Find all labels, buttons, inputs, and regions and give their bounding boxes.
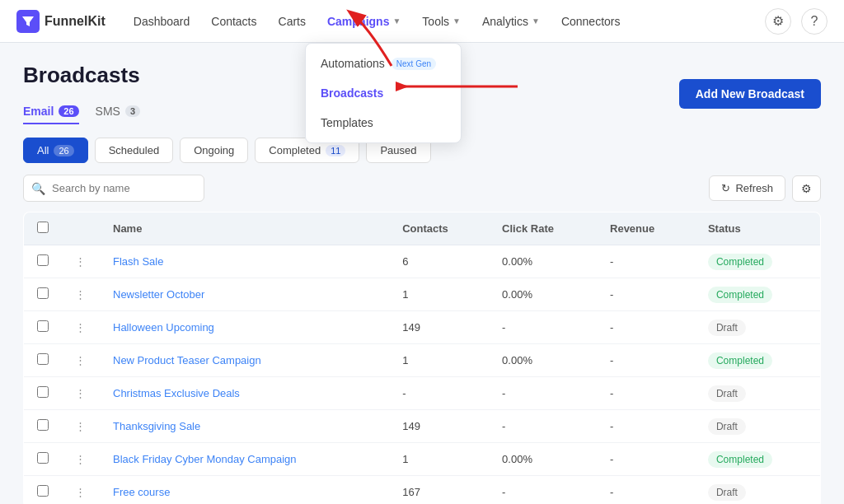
row-context-menu[interactable]: ⋮ (75, 255, 87, 268)
refresh-button[interactable]: ↻ Refresh (709, 175, 785, 201)
row-revenue-cell: - (597, 278, 695, 311)
broadcast-name-link[interactable]: Black Friday Cyber Monday Campaign (113, 453, 297, 465)
table-row: ⋮ Thanksgiving Sale 149 - - Draft (24, 410, 821, 443)
broadcast-name-link[interactable]: Halloween Upcoming (113, 321, 214, 334)
row-click-rate-cell: 0.00% (489, 443, 597, 476)
row-status-cell: Completed (695, 278, 821, 311)
row-context-menu[interactable]: ⋮ (75, 288, 87, 301)
table-row: ⋮ Flash Sale 6 0.00% - Completed (24, 245, 821, 278)
nav-contacts[interactable]: Contacts (203, 10, 265, 33)
funnelkit-logo-icon (16, 10, 40, 33)
filter-scheduled[interactable]: Scheduled (95, 138, 173, 163)
dropdown-templates[interactable]: Templates (306, 108, 461, 138)
row-checkbox[interactable] (37, 452, 49, 464)
search-input[interactable] (23, 175, 204, 202)
table-header-row: Name Contacts Click Rate Revenue Status (24, 212, 821, 245)
row-checkbox-cell (24, 245, 63, 278)
row-status-cell: Completed (695, 344, 821, 377)
row-context-menu[interactable]: ⋮ (75, 486, 87, 498)
row-contacts-cell: 1 (389, 443, 489, 476)
row-context-menu[interactable]: ⋮ (75, 420, 87, 432)
broadcast-name-link[interactable]: New Product Teaser Campaign (113, 354, 261, 366)
help-icon[interactable]: ? (801, 8, 828, 35)
broadcast-name-link[interactable]: Thanksgiving Sale (113, 420, 200, 432)
dropdown-automations[interactable]: Automations Next Gen (306, 49, 461, 78)
settings-icon[interactable]: ⚙ (765, 8, 791, 35)
status-badge: Draft (708, 484, 746, 501)
left-header: Broadcasts Email 26 SMS 3 (23, 63, 140, 124)
column-filter-button[interactable]: ⚙ (792, 175, 821, 202)
broadcast-name-link[interactable]: Newsletter October (113, 288, 204, 301)
page-title: Broadcasts (23, 63, 140, 88)
row-checkbox[interactable] (37, 386, 49, 398)
row-checkbox[interactable] (37, 353, 49, 365)
row-checkbox[interactable] (37, 320, 49, 332)
tab-email[interactable]: Email 26 (23, 101, 79, 124)
dropdown-broadcasts[interactable]: Broadcasts (306, 78, 461, 108)
row-revenue-cell: - (597, 443, 695, 476)
row-checkbox[interactable] (37, 419, 49, 431)
row-menu-cell: ⋮ (62, 476, 100, 505)
table-row: ⋮ Free course 167 - - Draft (24, 476, 821, 505)
status-badge: Completed (708, 254, 772, 270)
row-name-cell: Black Friday Cyber Monday Campaign (100, 443, 389, 476)
tab-sms[interactable]: SMS 3 (96, 101, 140, 124)
row-status-cell: Completed (695, 443, 821, 476)
nav-dashboard[interactable]: Dashboard (125, 10, 199, 33)
header-name: Name (100, 212, 389, 245)
table-row: ⋮ Christmas Exclusive Deals - - - Draft (24, 377, 821, 410)
row-menu-cell: ⋮ (62, 245, 100, 278)
row-click-rate-cell: 0.00% (489, 278, 597, 311)
row-menu-cell: ⋮ (62, 278, 100, 311)
row-checkbox[interactable] (37, 287, 49, 299)
broadcasts-table: Name Contacts Click Rate Revenue Status … (23, 212, 821, 504)
row-context-menu[interactable]: ⋮ (75, 453, 87, 465)
row-menu-cell: ⋮ (62, 311, 100, 344)
add-broadcast-button[interactable]: Add New Broadcast (679, 79, 821, 109)
filter-all[interactable]: All 26 (23, 138, 88, 163)
nav-connectors[interactable]: Connectors (553, 10, 629, 33)
row-menu-cell: ⋮ (62, 344, 100, 377)
completed-count: 11 (326, 145, 345, 156)
select-all-checkbox[interactable] (37, 222, 49, 233)
row-checkbox-cell (24, 443, 63, 476)
status-badge: Completed (708, 352, 772, 369)
table-row: ⋮ Black Friday Cyber Monday Campaign 1 0… (24, 443, 821, 476)
row-click-rate-cell: - (489, 476, 597, 505)
nav-carts[interactable]: Carts (270, 10, 314, 33)
row-context-menu[interactable]: ⋮ (75, 321, 87, 334)
row-revenue-cell: - (597, 377, 695, 410)
row-status-cell: Draft (695, 476, 821, 505)
row-name-cell: Halloween Upcoming (100, 311, 389, 344)
row-checkbox-cell (24, 410, 63, 443)
table-row: ⋮ Halloween Upcoming 149 - - Draft (24, 311, 821, 344)
broadcast-name-link[interactable]: Flash Sale (113, 255, 163, 268)
row-checkbox[interactable] (37, 254, 49, 266)
row-context-menu[interactable]: ⋮ (75, 387, 87, 399)
next-gen-badge: Next Gen (392, 58, 436, 70)
row-checkbox[interactable] (37, 485, 49, 497)
row-context-menu[interactable]: ⋮ (75, 354, 87, 366)
row-revenue-cell: - (597, 311, 695, 344)
nav-tools[interactable]: Tools ▼ (414, 10, 469, 33)
logo[interactable]: FunnelKit (16, 10, 106, 33)
status-badge: Draft (708, 385, 746, 402)
row-name-cell: Christmas Exclusive Deals (100, 377, 389, 410)
all-count: 26 (54, 145, 73, 156)
row-revenue-cell: - (597, 410, 695, 443)
status-badge: Completed (708, 287, 772, 303)
status-badge: Draft (708, 418, 746, 435)
search-icon: 🔍 (31, 182, 45, 195)
chevron-down-icon: ▼ (532, 16, 540, 26)
nav-links: Dashboard Contacts Carts Campaigns ▼ Too… (125, 10, 765, 33)
header-click-rate: Click Rate (489, 212, 597, 245)
nav-analytics[interactable]: Analytics ▼ (474, 10, 548, 33)
filter-ongoing[interactable]: Ongoing (180, 138, 248, 163)
row-contacts-cell: - (389, 377, 489, 410)
row-checkbox-cell (24, 311, 63, 344)
row-menu-cell: ⋮ (62, 410, 100, 443)
nav-campaigns[interactable]: Campaigns ▼ (319, 10, 409, 33)
row-contacts-cell: 1 (389, 278, 489, 311)
broadcast-name-link[interactable]: Free course (113, 486, 170, 498)
broadcast-name-link[interactable]: Christmas Exclusive Deals (113, 387, 240, 399)
